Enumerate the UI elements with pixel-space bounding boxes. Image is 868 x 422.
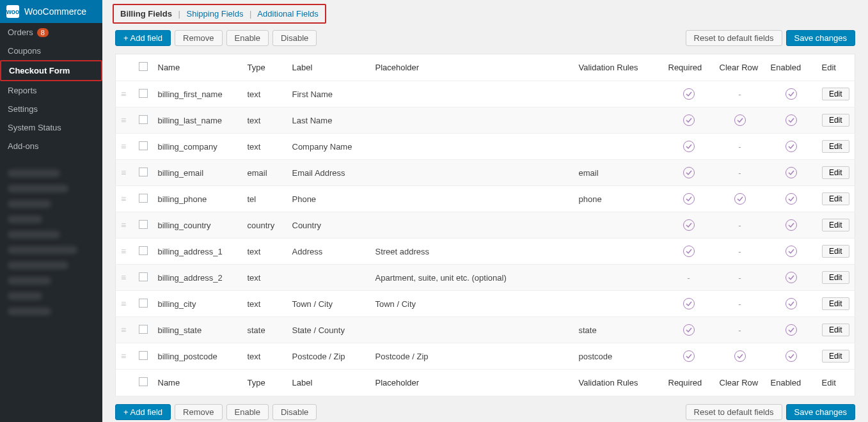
row-checkbox[interactable] [139, 325, 148, 334]
add-field-button-bottom[interactable]: + Add field [115, 404, 171, 420]
disable-button-bottom[interactable]: Disable [272, 404, 317, 420]
tab-billing-fields[interactable]: Billing Fields [120, 9, 172, 19]
col-footer-placeholder[interactable]: Placeholder [370, 370, 574, 396]
row-checkbox[interactable] [139, 299, 148, 308]
row-checkbox[interactable] [139, 272, 148, 281]
edit-button[interactable]: Edit [822, 271, 849, 284]
col-footer-validation[interactable]: Validation Rules [574, 370, 663, 396]
col-header-enabled[interactable]: Enabled [766, 54, 817, 81]
cell-label: First Name [287, 81, 370, 107]
sidebar-item-checkout-form[interactable]: Checkout Form [0, 60, 102, 81]
row-checkbox[interactable] [139, 89, 148, 98]
cell-label: Postcode / Zip [287, 343, 370, 370]
edit-button[interactable]: Edit [822, 88, 849, 100]
col-header-validation[interactable]: Validation Rules [574, 54, 663, 81]
col-footer-enabled[interactable]: Enabled [766, 370, 817, 396]
dash: - [738, 90, 741, 99]
col-header-placeholder[interactable]: Placeholder [370, 54, 574, 81]
sidebar-item-add-ons[interactable]: Add-ons [0, 137, 102, 155]
row-checkbox[interactable] [139, 220, 148, 229]
disable-button[interactable]: Disable [272, 30, 317, 46]
col-header-required[interactable]: Required [663, 54, 714, 81]
reset-button-bottom[interactable]: Reset to default fields [686, 404, 782, 420]
clear-row-icon [734, 114, 746, 126]
required-icon [683, 141, 695, 152]
col-footer-required[interactable]: Required [663, 370, 714, 396]
drag-handle-icon[interactable]: ≡ [121, 246, 126, 256]
drag-handle-icon[interactable]: ≡ [121, 168, 126, 178]
sidebar-item-coupons[interactable]: Coupons [0, 42, 102, 60]
cell-type: text [242, 134, 287, 160]
row-checkbox[interactable] [139, 246, 148, 255]
sidebar-item-reports[interactable]: Reports [0, 81, 102, 100]
save-changes-button[interactable]: Save changes [786, 30, 855, 46]
cell-validation: postcode [574, 343, 663, 370]
edit-button[interactable]: Edit [822, 324, 849, 336]
drag-handle-icon[interactable]: ≡ [121, 272, 126, 283]
enable-button[interactable]: Enable [226, 30, 269, 46]
row-checkbox[interactable] [139, 141, 148, 150]
sidebar-item-settings[interactable]: Settings [0, 100, 102, 118]
edit-button[interactable]: Edit [822, 245, 849, 258]
reset-button[interactable]: Reset to default fields [686, 30, 782, 46]
sidebar-item-system-status[interactable]: System Status [0, 118, 102, 137]
drag-handle-icon[interactable]: ≡ [121, 351, 126, 361]
tab-additional-fields[interactable]: Additional Fields [257, 9, 318, 19]
brand-label: WooCommerce [24, 6, 86, 17]
select-all-checkbox-footer[interactable] [139, 377, 148, 386]
edit-button[interactable]: Edit [822, 140, 849, 153]
edit-button[interactable]: Edit [822, 192, 849, 205]
tab-shipping-fields[interactable]: Shipping Fields [187, 9, 244, 19]
drag-handle-icon[interactable]: ≡ [121, 141, 126, 152]
required-icon [683, 324, 695, 336]
save-changes-button-bottom[interactable]: Save changes [786, 404, 855, 420]
edit-button[interactable]: Edit [822, 166, 849, 179]
enable-button-bottom[interactable]: Enable [226, 404, 269, 420]
add-field-button[interactable]: + Add field [115, 30, 171, 46]
dash: - [738, 247, 741, 256]
cell-validation [574, 107, 663, 134]
table-row: ≡billing_postcodetextPostcode / ZipPostc… [116, 343, 855, 370]
col-header-type[interactable]: Type [242, 54, 287, 81]
enabled-icon [785, 114, 797, 126]
main-content: Billing Fields | Shipping Fields | Addit… [102, 0, 868, 422]
select-all-checkbox[interactable] [139, 62, 148, 71]
row-checkbox[interactable] [139, 168, 148, 176]
drag-handle-icon[interactable]: ≡ [121, 89, 126, 99]
edit-button[interactable]: Edit [822, 297, 849, 310]
edit-button[interactable]: Edit [822, 114, 849, 127]
remove-button[interactable]: Remove [175, 30, 222, 46]
edit-button[interactable]: Edit [822, 350, 849, 363]
col-header-label[interactable]: Label [287, 54, 370, 81]
col-footer-label[interactable]: Label [287, 370, 370, 396]
row-checkbox[interactable] [139, 351, 148, 360]
drag-handle-icon[interactable]: ≡ [121, 325, 126, 335]
required-icon [683, 298, 695, 309]
edit-button[interactable]: Edit [822, 219, 849, 231]
row-checkbox[interactable] [139, 115, 148, 124]
col-footer-clear-row[interactable]: Clear Row [714, 370, 766, 396]
col-footer-name[interactable]: Name [153, 370, 242, 396]
drag-handle-icon[interactable]: ≡ [121, 220, 126, 230]
cell-validation [574, 238, 663, 265]
drag-handle-icon[interactable]: ≡ [121, 194, 126, 204]
drag-handle-icon[interactable]: ≡ [121, 299, 126, 309]
cell-placeholder: Apartment, suite, unit etc. (optional) [370, 265, 574, 291]
table-row: ≡billing_address_2textApartment, suite, … [116, 265, 855, 291]
table-row: ≡billing_phonetelPhonephoneEdit [116, 186, 855, 212]
cell-label: Country [287, 212, 370, 238]
drag-handle-icon[interactable]: ≡ [121, 115, 126, 125]
col-header-clear-row[interactable]: Clear Row [714, 54, 766, 81]
col-header-name[interactable]: Name [153, 54, 242, 81]
col-footer-type[interactable]: Type [242, 370, 287, 396]
sidebar-item-orders[interactable]: Orders8 [0, 23, 102, 42]
cell-type: state [242, 317, 287, 343]
cell-label: Company Name [287, 134, 370, 160]
remove-button-bottom[interactable]: Remove [175, 404, 222, 420]
sidebar-other-items [0, 155, 102, 329]
row-checkbox[interactable] [139, 194, 148, 203]
col-footer-edit: Edit [817, 370, 855, 396]
sidebar-brand[interactable]: woo WooCommerce [0, 0, 102, 23]
cell-label: Last Name [287, 107, 370, 134]
cell-name: billing_email [153, 160, 242, 186]
